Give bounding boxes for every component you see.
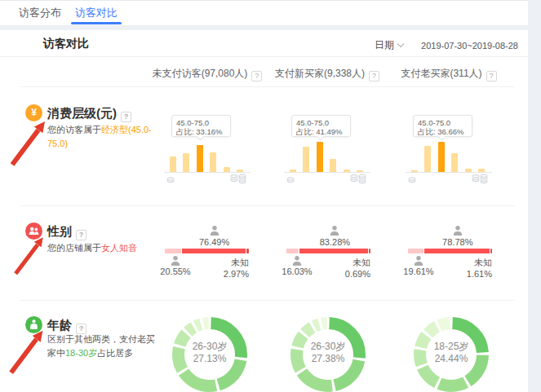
male-segment[interactable] xyxy=(408,249,423,253)
unknown-percent: 2.97% xyxy=(224,268,249,280)
female-percent: 83.28% xyxy=(310,237,359,247)
chart-tooltip: 45.0-75.0占比: 36.66% xyxy=(413,115,472,137)
bar[interactable] xyxy=(330,159,336,172)
date-filter[interactable]: 日期 2019-07-30~2019-08-28 xyxy=(375,38,518,52)
age-bucket-label: 26-30岁 xyxy=(169,341,251,353)
age-donut-chart: 26-30岁27.38% xyxy=(287,300,369,392)
bar[interactable] xyxy=(317,142,323,172)
unknown-label: 未知 xyxy=(345,257,370,268)
unknown-block: 未知1.61% xyxy=(467,257,492,280)
tab-visitor-distribution[interactable]: 访客分布 xyxy=(19,1,61,25)
tab-bar: 访客分布 访客对比 xyxy=(0,0,528,26)
bar[interactable] xyxy=(197,145,203,172)
annotation-arrow xyxy=(7,328,47,377)
donut-center-label: 18-25岁24.44% xyxy=(410,341,492,365)
bar[interactable] xyxy=(303,147,309,172)
unknown-percent: 0.69% xyxy=(345,268,370,280)
male-segment[interactable] xyxy=(286,249,299,253)
unknown-block: 未知2.97% xyxy=(224,257,249,280)
consumption-bar-chart: 45.0-75.0占比: 33.16% xyxy=(150,86,264,205)
help-icon[interactable]: ? xyxy=(76,230,86,240)
female-segment[interactable] xyxy=(299,249,368,253)
male-percent: 20.55% xyxy=(157,266,193,276)
help-icon[interactable]: ? xyxy=(121,112,131,122)
tab-visitor-compare-label: 访客对比 xyxy=(75,7,118,19)
card-header: 访客对比 日期 2019-07-30~2019-08-28 xyxy=(0,30,528,57)
consumption-bar-chart: 45.0-75.0占比: 41.49% xyxy=(270,86,384,205)
gender-stacked-bar xyxy=(408,249,492,253)
date-filter-label[interactable]: 日期 xyxy=(375,38,394,52)
tooltip-range: 45.0-75.0 xyxy=(296,118,350,127)
unknown-segment[interactable] xyxy=(246,249,249,253)
row-desc-age: 区别于其他两类，支付老买家中18-30岁占比居多 xyxy=(47,333,163,360)
female-percent: 76.49% xyxy=(190,237,239,247)
chart-tooltip: 45.0-75.0占比: 33.16% xyxy=(171,115,231,137)
row-title-gender: 性别? xyxy=(47,224,86,240)
annotation-arrow xyxy=(10,235,49,277)
tooltip-share: 占比: 36.66% xyxy=(418,127,472,136)
bar[interactable] xyxy=(170,156,176,172)
tooltip-range: 45.0-75.0 xyxy=(176,118,230,127)
row-desc-gender: 您的店铺属于女人知音 xyxy=(47,241,162,255)
male-percent: 19.61% xyxy=(401,266,437,276)
bar[interactable] xyxy=(438,142,445,172)
unknown-segment[interactable] xyxy=(490,249,492,253)
age-donut-chart: 18-25岁24.44% xyxy=(410,300,492,392)
age-bucket-percent: 27.38% xyxy=(287,353,369,365)
female-segment[interactable] xyxy=(182,249,246,253)
donut-center-label: 26-30岁27.38% xyxy=(287,341,369,365)
tooltip-share: 占比: 41.49% xyxy=(296,127,350,136)
gender-bar-chart: 78.78%19.61%未知1.61% xyxy=(408,205,492,300)
bar[interactable] xyxy=(210,152,216,172)
unknown-segment[interactable] xyxy=(369,249,370,253)
male-percent: 16.03% xyxy=(279,266,315,276)
age-donut-chart: 26-30岁27.13% xyxy=(169,300,251,392)
row-age: 年龄? 区别于其他两类，支付老买家中18-30岁占比居多 26-30岁27.13… xyxy=(0,300,528,392)
active-tab-underline xyxy=(71,22,122,24)
bar[interactable] xyxy=(424,146,431,172)
gender-bar-chart: 83.28%16.03%未知0.69% xyxy=(286,205,370,300)
unknown-block: 未知0.69% xyxy=(345,257,370,280)
tooltip-range: 45.0-75.0 xyxy=(418,118,472,127)
card-title: 访客对比 xyxy=(43,37,89,51)
unknown-percent: 1.61% xyxy=(467,268,492,280)
column-header-old-buyers: 支付老买家(311人)? xyxy=(359,67,539,81)
age-bucket-percent: 27.13% xyxy=(169,353,251,365)
row-desc-consumption: 您的访客属于经济型(45.0-75.0) xyxy=(47,123,158,151)
gender-stacked-bar xyxy=(165,249,249,253)
gender-stacked-bar xyxy=(286,249,370,253)
row-title-consumption: 消费层级(元)? xyxy=(47,106,131,122)
annotation-arrow xyxy=(8,118,49,169)
age-bucket-percent: 24.44% xyxy=(410,353,492,365)
age-bucket-label: 26-30岁 xyxy=(287,341,369,353)
row-title-age: 年龄? xyxy=(47,318,86,334)
tooltip-share: 占比: 33.16% xyxy=(176,127,230,136)
spend-level-coins-icon xyxy=(164,173,251,187)
consumption-bar-chart: 45.0-75.0占比: 36.66% xyxy=(392,86,506,205)
unknown-label: 未知 xyxy=(224,257,249,268)
bar[interactable] xyxy=(183,153,189,172)
female-percent: 78.78% xyxy=(433,237,482,247)
chart-tooltip: 45.0-75.0占比: 41.49% xyxy=(291,115,351,137)
row-consumption-level: ¥ 消费层级(元)? 您的访客属于经济型(45.0-75.0) 45.0-75.… xyxy=(0,86,528,205)
bar[interactable] xyxy=(451,153,458,172)
chevron-down-icon xyxy=(397,40,404,46)
donut-center-label: 26-30岁27.13% xyxy=(169,341,251,365)
tab-visitor-compare[interactable]: 访客对比 xyxy=(75,1,118,25)
visitor-compare-card: 访客对比 日期 2019-07-30~2019-08-28 未支付访客(97,0… xyxy=(0,30,528,392)
male-segment[interactable] xyxy=(165,249,181,253)
age-bucket-label: 18-25岁 xyxy=(410,341,492,353)
date-range-value[interactable]: 2019-07-30~2019-08-28 xyxy=(421,41,518,51)
gender-bar-chart: 76.49%20.55%未知2.97% xyxy=(165,205,249,300)
help-icon[interactable]: ? xyxy=(486,71,497,81)
spend-level-coins-icon xyxy=(284,173,370,187)
spend-level-coins-icon xyxy=(406,173,492,187)
row-gender: 性别? 您的店铺属于女人知音 76.49%20.55%未知2.97%83.28%… xyxy=(0,205,528,300)
female-segment[interactable] xyxy=(424,249,490,253)
unknown-label: 未知 xyxy=(467,257,492,268)
